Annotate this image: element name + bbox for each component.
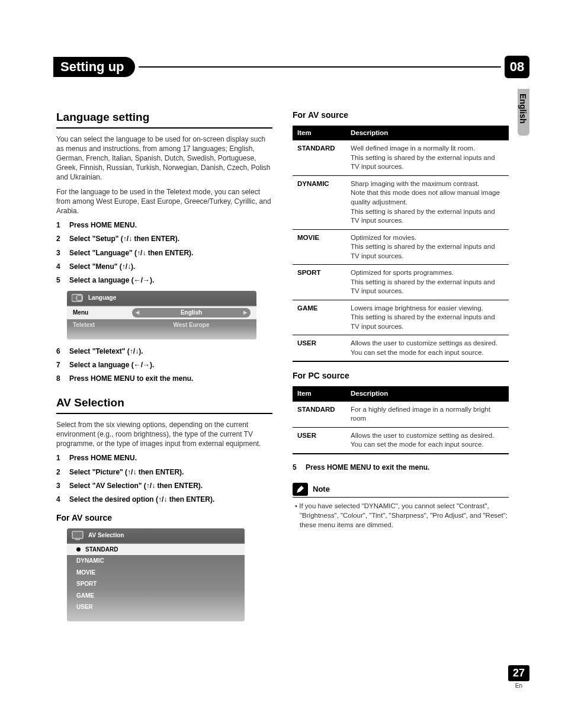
osd-teletext-value: West Europe (132, 321, 251, 329)
step-5-right: Press HOME MENU to exit the menu. (293, 463, 509, 472)
osd-menu-value-pill: ◀ English ▶ (132, 308, 251, 318)
table-row: STANDARDFor a highly defined image in a … (293, 402, 509, 428)
triangle-right-icon: ▶ (243, 310, 247, 316)
osd-item-movie: MOVIE (67, 567, 245, 579)
table-row: DYNAMICSharp imaging with the maximum co… (293, 175, 509, 229)
av-steps: Press HOME MENU. Select "Picture" (↑/↓ t… (56, 453, 272, 504)
svg-rect-2 (72, 531, 83, 538)
osd-av-title: AV Selection (88, 531, 124, 540)
left-column: Language setting You can select the lang… (56, 110, 272, 628)
step-7: Select a language (←/→). (56, 360, 272, 370)
table-av-source: Item Description STANDARDWell defined im… (293, 126, 509, 362)
note-text: • If you have selected "DYNAMIC", you ca… (293, 501, 509, 530)
page-number-box: 27 (508, 665, 529, 681)
screen-icon (72, 531, 84, 540)
osd-item-standard: STANDARD (67, 544, 245, 556)
step-6: Select "Teletext" (↑/↓). (56, 347, 272, 356)
osd-item-user: USER (67, 601, 245, 613)
step-5: Select a language (←/→). (56, 275, 272, 285)
lang-steps-1: Press HOME MENU. Select "Setup" (↑/↓ the… (56, 220, 272, 285)
chapter-divider (139, 66, 501, 68)
osd-item-game: GAME (67, 590, 245, 602)
lang-para-1: You can select the language to be used f… (56, 134, 272, 182)
sub-for-av-source-right: For AV source (293, 110, 509, 121)
step-4: Select "Menu" (↑/↓). (56, 262, 272, 271)
chapter-title: Setting up (53, 57, 135, 77)
osd-item-label: STANDARD (85, 546, 118, 554)
pencil-icon (293, 483, 308, 496)
table-row: GAMELowers image brightness for easier v… (293, 300, 509, 335)
th-desc: Description (346, 126, 509, 141)
bullet-icon (76, 547, 81, 551)
chapter-bar: Setting up 08 (53, 56, 529, 78)
osd-language-header: Language (67, 291, 256, 305)
page-lang: En (508, 682, 529, 689)
av-intro: Select from the six viewing options, dep… (56, 420, 272, 449)
osd-row-menu: Menu ◀ English ▶ (67, 306, 256, 319)
osd-item-sport: SPORT (67, 578, 245, 590)
av-step-3: Select "AV Selection" (↑/↓ then ENTER). (56, 481, 272, 490)
osd-teletext-label: Teletext (73, 321, 126, 329)
pc-table-body: STANDARDFor a highly defined image in a … (293, 402, 509, 454)
osd-language-body: Menu ◀ English ▶ Teletext West Europe (67, 305, 256, 339)
th-desc: Description (346, 386, 509, 402)
lang-para-2: For the language to be used in the Telet… (56, 187, 272, 216)
osd-av-header: AV Selection (67, 528, 245, 543)
page-number: 27 En (508, 665, 529, 689)
table-row: USERAllows the user to customize setting… (293, 427, 509, 454)
step-3: Select "Language" (↑/↓ then ENTER). (56, 248, 272, 258)
globe-icon (72, 293, 84, 303)
heading-language-setting: Language setting (56, 110, 272, 129)
osd-av-body: STANDARD DYNAMIC MOVIE SPORT GAME USER (67, 543, 245, 621)
note-header: Note (293, 483, 509, 498)
av-table-body: STANDARDWell defined image in a normally… (293, 140, 509, 361)
chapter-number: 08 (505, 56, 529, 78)
sub-for-av-source-left: For AV source (56, 512, 272, 524)
osd-menu-label: Menu (73, 309, 126, 317)
th-item: Item (293, 386, 346, 402)
table-row: STANDARDWell defined image in a normally… (293, 140, 509, 175)
osd-menu-value: English (181, 309, 202, 317)
osd-language-title: Language (88, 294, 116, 302)
av-step-2: Select "Picture" (↑/↓ then ENTER). (56, 467, 272, 477)
av-step-1: Press HOME MENU. (56, 453, 272, 463)
th-item: Item (293, 126, 346, 141)
table-row: SPORTOptimized for sports programmes. Th… (293, 265, 509, 300)
step-1: Press HOME MENU. (56, 220, 272, 230)
osd-item-dynamic: DYNAMIC (67, 555, 245, 567)
table-row: USERAllows the user to customize setting… (293, 335, 509, 362)
triangle-left-icon: ◀ (136, 310, 139, 316)
osd-language-menu: Language Menu ◀ English ▶ Teletext West … (67, 291, 256, 339)
table-row: MOVIEOptimized for movies. This setting … (293, 229, 509, 265)
step-2: Select "Setup" (↑/↓ then ENTER). (56, 234, 272, 243)
sub-for-pc-source: For PC source (293, 370, 509, 381)
osd-av-selection-menu: AV Selection STANDARD DYNAMIC MOVIE SPOR… (67, 528, 245, 621)
step-8: Press HOME MENU to exit the menu. (56, 374, 272, 383)
note-label: Note (313, 484, 330, 495)
content-area: Language setting You can select the lang… (56, 110, 509, 628)
right-step-5: Press HOME MENU to exit the menu. (293, 463, 509, 472)
table-pc-source: Item Description STANDARDFor a highly de… (293, 386, 509, 454)
lang-steps-2: Select "Teletext" (↑/↓). Select a langua… (56, 347, 272, 384)
language-tab: English (518, 89, 529, 136)
av-step-4: Select the desired option (↑/↓ then ENTE… (56, 495, 272, 504)
osd-row-teletext: Teletext West Europe (67, 319, 256, 331)
right-column: For AV source Item Description STANDARDW… (293, 110, 509, 628)
heading-av-selection: AV Selection (56, 395, 272, 414)
